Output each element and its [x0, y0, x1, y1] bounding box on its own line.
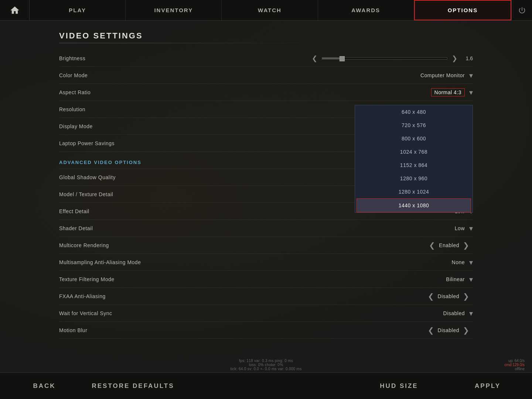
resolution-dropdown-popup: 640 x 480 720 x 576 800 x 600 1024 x 768…	[355, 105, 473, 213]
resolution-label: Resolution	[59, 106, 251, 112]
motion-blur-right[interactable]: ❯	[459, 326, 473, 335]
shader-detail-label: Shader Detail	[59, 225, 251, 231]
nav-item-play[interactable]: PLAY	[30, 0, 126, 20]
fxaa-value: Disabled	[438, 293, 459, 299]
aspect-ratio-value: Normal 4:3	[431, 88, 465, 96]
home-icon	[10, 5, 20, 16]
motion-blur-value: Disabled	[438, 327, 459, 333]
msaa-arrow[interactable]: ▾	[469, 258, 473, 267]
texture-filter-arrow[interactable]: ▾	[469, 275, 473, 284]
fxaa-control: ❮ Disabled ❯	[251, 292, 473, 301]
nav-item-awards[interactable]: AWARDS	[318, 0, 414, 20]
color-mode-row: Color Mode Computer Monitor ▾	[59, 67, 473, 84]
page-title: VIDEO SETTINGS	[59, 31, 532, 41]
debug-right2: cmd:129.0/s	[505, 363, 525, 367]
effect-detail-label: Effect Detail	[59, 208, 251, 214]
shader-detail-arrow[interactable]: ▾	[469, 224, 473, 233]
debug-right1: up: 64.0/s	[505, 359, 525, 363]
resolution-row: Resolution 532 x 399 ▾ 640 x 480 720 x…	[59, 101, 473, 118]
advanced-section-label: ADVANCED VIDEO OPTIONS	[59, 160, 141, 165]
nav-item-inventory[interactable]: INVENTORY	[126, 0, 222, 20]
texture-detail-label: Model / Texture Detail	[59, 191, 251, 197]
home-button[interactable]	[0, 0, 30, 20]
apply-button[interactable]: APPLY	[443, 373, 532, 399]
power-icon	[518, 6, 526, 14]
back-button[interactable]: BACK	[0, 373, 89, 399]
fxaa-left[interactable]: ❮	[424, 292, 438, 301]
resolution-option-1280a[interactable]: 1280 x 960	[355, 172, 473, 185]
texture-filter-dropdown[interactable]: Bilinear ▾	[377, 275, 473, 284]
resolution-option-1280b[interactable]: 1280 x 1024	[355, 185, 473, 198]
page-title-bar: VIDEO SETTINGS	[0, 21, 532, 50]
color-mode-value: Computer Monitor	[420, 72, 465, 78]
resolution-option-720[interactable]: 720 x 576	[355, 119, 473, 132]
nav-item-options[interactable]: OPTIONS	[414, 0, 511, 20]
aspect-ratio-arrow[interactable]: ▾	[469, 88, 473, 97]
multicore-right[interactable]: ❯	[459, 241, 473, 250]
fxaa-label: FXAA Anti-Aliasing	[59, 293, 251, 299]
vsync-arrow[interactable]: ▾	[469, 309, 473, 318]
texture-filter-control: Bilinear ▾	[251, 275, 473, 284]
color-mode-dropdown[interactable]: Computer Monitor ▾	[377, 71, 473, 80]
msaa-label: Multisampling Anti-Aliasing Mode	[59, 259, 251, 265]
title-underline	[59, 43, 325, 43]
resolution-option-1440[interactable]: 532 x 399	[357, 198, 471, 212]
resolution-option-800[interactable]: 800 x 600	[355, 132, 473, 145]
settings-container: Brightness ❮ ❯ 1.6 Color Mode Computer M…	[0, 50, 532, 339]
slider-fill	[322, 58, 341, 59]
texture-filter-row: Texture Filtering Mode Bilinear ▾	[59, 271, 473, 288]
multicore-value: Enabled	[439, 242, 459, 248]
brightness-decrease[interactable]: ❮	[310, 54, 319, 62]
brightness-value: 1.6	[462, 55, 473, 61]
shader-detail-dropdown[interactable]: Low ▾	[377, 224, 473, 233]
color-mode-control: Computer Monitor ▾	[251, 71, 473, 80]
multicore-control: ❮ Enabled ❯	[251, 241, 473, 250]
multicore-left[interactable]: ❮	[425, 241, 439, 250]
resolution-option-1152[interactable]: 1152 x 864	[355, 158, 473, 172]
fxaa-right[interactable]: ❯	[459, 292, 473, 301]
hud-size-button[interactable]: HUD SIZE	[355, 373, 443, 399]
brightness-slider: ❮ ❯ 1.6	[310, 54, 473, 62]
restore-defaults-button[interactable]: RESTORE DEFAULTS	[89, 373, 177, 399]
debug-text-right: up: 64.0/s cmd:129.0/s offline	[505, 359, 525, 371]
shader-detail-value: Low	[455, 225, 465, 231]
shadow-quality-label: Global Shadow Quality	[59, 174, 251, 180]
color-mode-arrow[interactable]: ▾	[469, 71, 473, 80]
nav-item-watch[interactable]: WATCH	[222, 0, 318, 20]
power-button[interactable]	[511, 0, 532, 20]
laptop-power-label: Laptop Power Savings	[59, 140, 251, 146]
msaa-dropdown[interactable]: None ▾	[377, 258, 473, 267]
bottom-bar: BACK RESTORE DEFAULTS HUD SIZE APPLY	[0, 372, 532, 399]
resolution-option-1024[interactable]: 1024 x 768	[355, 145, 473, 158]
motion-blur-control: ❮ Disabled ❯	[251, 326, 473, 335]
motion-blur-left[interactable]: ❮	[424, 326, 438, 335]
motion-blur-label: Motion Blur	[59, 327, 251, 333]
debug-line2: loss: 0% choke: 0%	[231, 363, 302, 367]
aspect-ratio-row: Aspect Ratio Normal 4:3 ▾	[59, 84, 473, 101]
vsync-dropdown[interactable]: Disabled ▾	[377, 309, 473, 318]
main-nav: PLAY INVENTORY WATCH AWARDS OPTIONS	[30, 0, 511, 20]
color-mode-label: Color Mode	[59, 72, 251, 78]
debug-text: fps: 118 var: 0.3 ms ping: 0 ms loss: 0%…	[231, 359, 302, 371]
shader-detail-control: Low ▾	[251, 224, 473, 233]
debug-line3: tick: 64.0 sv: 0.0 +- 0.0 ms var: 0.000 …	[231, 367, 302, 371]
texture-filter-label: Texture Filtering Mode	[59, 276, 251, 282]
msaa-value: None	[452, 259, 465, 265]
brightness-label: Brightness	[59, 55, 251, 61]
vsync-control: Disabled ▾	[251, 309, 473, 318]
vsync-label: Wait for Vertical Sync	[59, 310, 251, 316]
vsync-row: Wait for Vertical Sync Disabled ▾	[59, 305, 473, 322]
aspect-ratio-dropdown[interactable]: Normal 4:3 ▾	[377, 88, 473, 97]
shader-detail-row: Shader Detail Low ▾	[59, 220, 473, 237]
brightness-increase[interactable]: ❯	[450, 54, 459, 62]
resolution-control: 532 x 399 ▾ 640 x 480 720 x 576 800 x …	[251, 105, 473, 114]
slider-thumb[interactable]	[340, 56, 345, 61]
multicore-row: Multicore Rendering ❮ Enabled ❯	[59, 237, 473, 254]
topbar: PLAY INVENTORY WATCH AWARDS OPTIONS	[0, 0, 532, 21]
vsync-value: Disabled	[443, 310, 465, 316]
resolution-option-640[interactable]: 640 x 480	[355, 105, 473, 119]
aspect-ratio-label: Aspect Ratio	[59, 89, 251, 95]
slider-track[interactable]	[322, 57, 447, 59]
brightness-row: Brightness ❮ ❯ 1.6	[59, 50, 473, 67]
debug-line1: fps: 118 var: 0.3 ms ping: 0 ms	[231, 359, 302, 363]
